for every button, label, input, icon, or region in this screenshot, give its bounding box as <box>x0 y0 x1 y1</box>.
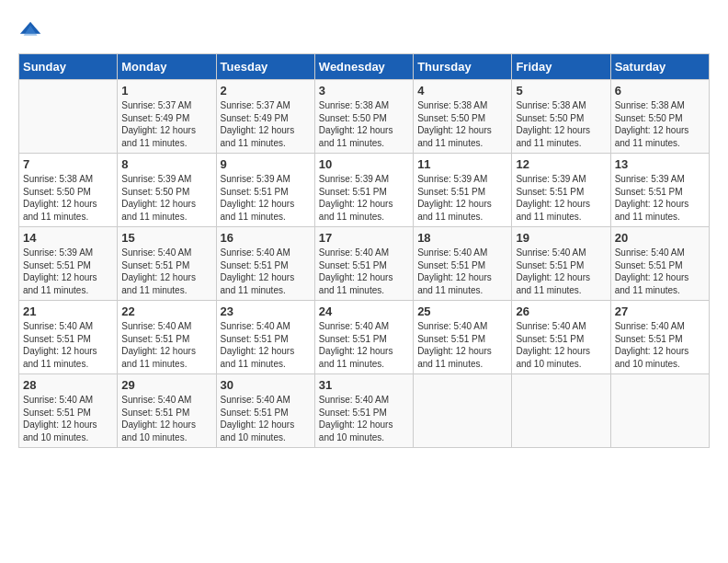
calendar-week-row: 21Sunrise: 5:40 AM Sunset: 5:51 PM Dayli… <box>19 301 710 374</box>
column-header-tuesday: Tuesday <box>216 54 314 80</box>
day-info: Sunrise: 5:40 AM Sunset: 5:51 PM Dayligh… <box>417 247 507 296</box>
day-number: 18 <box>417 231 507 245</box>
calendar-cell: 18Sunrise: 5:40 AM Sunset: 5:51 PM Dayli… <box>414 227 512 301</box>
day-number: 25 <box>417 304 507 318</box>
page-header <box>18 18 710 44</box>
day-number: 24 <box>319 304 409 318</box>
calendar-cell: 27Sunrise: 5:40 AM Sunset: 5:51 PM Dayli… <box>610 301 709 374</box>
calendar-week-row: 28Sunrise: 5:40 AM Sunset: 5:51 PM Dayli… <box>19 374 710 448</box>
day-info: Sunrise: 5:39 AM Sunset: 5:51 PM Dayligh… <box>615 173 705 223</box>
column-header-friday: Friday <box>512 54 610 80</box>
calendar-cell: 10Sunrise: 5:39 AM Sunset: 5:51 PM Dayli… <box>314 154 413 227</box>
calendar-week-row: 14Sunrise: 5:39 AM Sunset: 5:51 PM Dayli… <box>19 227 710 301</box>
calendar-cell: 24Sunrise: 5:40 AM Sunset: 5:51 PM Dayli… <box>314 301 413 374</box>
calendar-cell: 25Sunrise: 5:40 AM Sunset: 5:51 PM Dayli… <box>414 301 512 374</box>
column-header-saturday: Saturday <box>610 54 709 80</box>
calendar-table: SundayMondayTuesdayWednesdayThursdayFrid… <box>18 53 710 448</box>
calendar-week-row: 1Sunrise: 5:37 AM Sunset: 5:49 PM Daylig… <box>19 80 710 154</box>
calendar-cell: 31Sunrise: 5:40 AM Sunset: 5:51 PM Dayli… <box>314 374 413 448</box>
calendar-cell: 16Sunrise: 5:40 AM Sunset: 5:51 PM Dayli… <box>216 227 314 301</box>
day-number: 28 <box>23 378 113 392</box>
calendar-cell: 14Sunrise: 5:39 AM Sunset: 5:51 PM Dayli… <box>19 227 118 301</box>
calendar-cell: 22Sunrise: 5:40 AM Sunset: 5:51 PM Dayli… <box>118 301 216 374</box>
day-number: 20 <box>615 231 705 245</box>
day-number: 6 <box>615 84 705 98</box>
day-info: Sunrise: 5:40 AM Sunset: 5:51 PM Dayligh… <box>516 320 606 370</box>
day-info: Sunrise: 5:39 AM Sunset: 5:51 PM Dayligh… <box>417 173 507 223</box>
day-number: 27 <box>615 304 705 318</box>
day-number: 31 <box>319 378 409 392</box>
day-number: 7 <box>23 157 113 171</box>
calendar-cell: 28Sunrise: 5:40 AM Sunset: 5:51 PM Dayli… <box>19 374 118 448</box>
day-number: 1 <box>121 84 211 98</box>
calendar-cell: 1Sunrise: 5:37 AM Sunset: 5:49 PM Daylig… <box>118 80 216 154</box>
column-header-sunday: Sunday <box>19 54 118 80</box>
day-info: Sunrise: 5:40 AM Sunset: 5:51 PM Dayligh… <box>319 247 409 296</box>
day-info: Sunrise: 5:40 AM Sunset: 5:51 PM Dayligh… <box>221 320 311 370</box>
calendar-cell: 9Sunrise: 5:39 AM Sunset: 5:51 PM Daylig… <box>216 154 314 227</box>
day-number: 22 <box>121 304 211 318</box>
day-number: 4 <box>417 84 507 98</box>
day-info: Sunrise: 5:39 AM Sunset: 5:51 PM Dayligh… <box>319 173 409 223</box>
day-info: Sunrise: 5:40 AM Sunset: 5:51 PM Dayligh… <box>417 320 507 370</box>
calendar-cell: 13Sunrise: 5:39 AM Sunset: 5:51 PM Dayli… <box>610 154 709 227</box>
day-number: 13 <box>615 157 705 171</box>
calendar-cell: 19Sunrise: 5:40 AM Sunset: 5:51 PM Dayli… <box>512 227 610 301</box>
column-header-monday: Monday <box>118 54 216 80</box>
day-number: 5 <box>516 84 606 98</box>
calendar-cell: 30Sunrise: 5:40 AM Sunset: 5:51 PM Dayli… <box>216 374 314 448</box>
calendar-cell <box>512 374 610 448</box>
calendar-cell: 2Sunrise: 5:37 AM Sunset: 5:49 PM Daylig… <box>216 80 314 154</box>
day-info: Sunrise: 5:40 AM Sunset: 5:51 PM Dayligh… <box>121 394 211 443</box>
day-info: Sunrise: 5:40 AM Sunset: 5:51 PM Dayligh… <box>319 394 409 443</box>
day-info: Sunrise: 5:38 AM Sunset: 5:50 PM Dayligh… <box>417 99 507 149</box>
calendar-cell: 20Sunrise: 5:40 AM Sunset: 5:51 PM Dayli… <box>610 227 709 301</box>
day-info: Sunrise: 5:40 AM Sunset: 5:51 PM Dayligh… <box>615 247 705 296</box>
day-number: 14 <box>23 231 113 245</box>
day-number: 15 <box>121 231 211 245</box>
day-number: 21 <box>23 304 113 318</box>
day-number: 26 <box>516 304 606 318</box>
day-info: Sunrise: 5:40 AM Sunset: 5:51 PM Dayligh… <box>221 247 311 296</box>
day-number: 16 <box>221 231 311 245</box>
day-info: Sunrise: 5:40 AM Sunset: 5:51 PM Dayligh… <box>615 320 705 370</box>
calendar-cell <box>414 374 512 448</box>
calendar-cell: 5Sunrise: 5:38 AM Sunset: 5:50 PM Daylig… <box>512 80 610 154</box>
day-number: 19 <box>516 231 606 245</box>
day-number: 29 <box>121 378 211 392</box>
day-number: 8 <box>121 157 211 171</box>
day-number: 10 <box>319 157 409 171</box>
calendar-cell: 21Sunrise: 5:40 AM Sunset: 5:51 PM Dayli… <box>19 301 118 374</box>
day-number: 3 <box>319 84 409 98</box>
calendar-cell: 17Sunrise: 5:40 AM Sunset: 5:51 PM Dayli… <box>314 227 413 301</box>
calendar-cell: 3Sunrise: 5:38 AM Sunset: 5:50 PM Daylig… <box>314 80 413 154</box>
day-number: 2 <box>221 84 311 98</box>
day-info: Sunrise: 5:39 AM Sunset: 5:51 PM Dayligh… <box>23 247 113 296</box>
day-info: Sunrise: 5:40 AM Sunset: 5:51 PM Dayligh… <box>23 394 113 443</box>
day-number: 11 <box>417 157 507 171</box>
calendar-cell: 15Sunrise: 5:40 AM Sunset: 5:51 PM Dayli… <box>118 227 216 301</box>
day-info: Sunrise: 5:38 AM Sunset: 5:50 PM Dayligh… <box>615 99 705 149</box>
calendar-cell: 23Sunrise: 5:40 AM Sunset: 5:51 PM Dayli… <box>216 301 314 374</box>
day-number: 17 <box>319 231 409 245</box>
day-info: Sunrise: 5:38 AM Sunset: 5:50 PM Dayligh… <box>23 173 113 223</box>
calendar-week-row: 7Sunrise: 5:38 AM Sunset: 5:50 PM Daylig… <box>19 154 710 227</box>
calendar-header-row: SundayMondayTuesdayWednesdayThursdayFrid… <box>19 54 710 80</box>
day-info: Sunrise: 5:37 AM Sunset: 5:49 PM Dayligh… <box>221 99 311 149</box>
day-info: Sunrise: 5:40 AM Sunset: 5:51 PM Dayligh… <box>319 320 409 370</box>
day-number: 30 <box>221 378 311 392</box>
day-info: Sunrise: 5:40 AM Sunset: 5:51 PM Dayligh… <box>23 320 113 370</box>
calendar-cell: 26Sunrise: 5:40 AM Sunset: 5:51 PM Dayli… <box>512 301 610 374</box>
day-number: 12 <box>516 157 606 171</box>
column-header-wednesday: Wednesday <box>314 54 413 80</box>
calendar-cell <box>19 80 118 154</box>
calendar-cell: 29Sunrise: 5:40 AM Sunset: 5:51 PM Dayli… <box>118 374 216 448</box>
calendar-cell: 4Sunrise: 5:38 AM Sunset: 5:50 PM Daylig… <box>414 80 512 154</box>
day-info: Sunrise: 5:40 AM Sunset: 5:51 PM Dayligh… <box>221 394 311 443</box>
day-info: Sunrise: 5:39 AM Sunset: 5:51 PM Dayligh… <box>516 173 606 223</box>
calendar-cell: 8Sunrise: 5:39 AM Sunset: 5:50 PM Daylig… <box>118 154 216 227</box>
calendar-cell: 7Sunrise: 5:38 AM Sunset: 5:50 PM Daylig… <box>19 154 118 227</box>
calendar-cell: 12Sunrise: 5:39 AM Sunset: 5:51 PM Dayli… <box>512 154 610 227</box>
day-number: 9 <box>221 157 311 171</box>
day-number: 23 <box>221 304 311 318</box>
